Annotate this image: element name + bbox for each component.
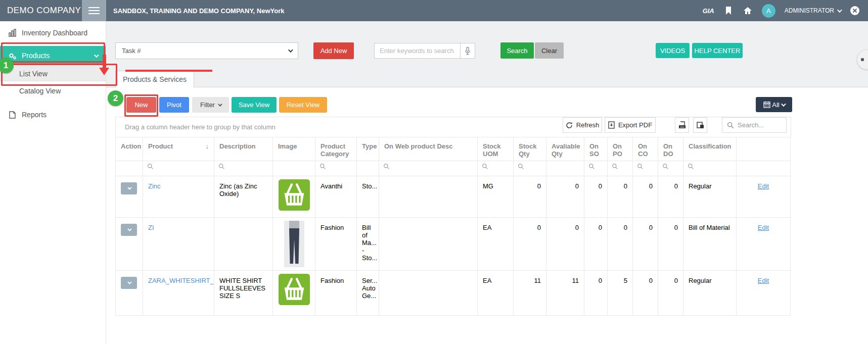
search-icon xyxy=(637,163,644,170)
stock-qty-cell: 0 xyxy=(514,176,546,218)
stock-uom-cell: EA xyxy=(478,218,514,271)
user-avatar[interactable]: A xyxy=(762,4,775,18)
filter-web-desc[interactable] xyxy=(379,161,478,176)
on-so-cell: 0 xyxy=(584,271,608,316)
col-type[interactable]: Type xyxy=(357,137,379,161)
row-action-button[interactable] xyxy=(121,277,137,289)
help-center-button[interactable]: HELP CENTER xyxy=(692,43,743,58)
col-stock-qty[interactable]: Stock Qty xyxy=(514,137,546,161)
sidebar-item-products[interactable]: Products xyxy=(0,46,106,65)
sidebar-item-inventory-dashboard[interactable]: Inventory Dashboard xyxy=(0,24,106,42)
row-action-button[interactable] xyxy=(121,182,137,194)
product-image-basket xyxy=(275,274,313,305)
col-on-co[interactable]: On CO xyxy=(633,137,658,161)
filter-product[interactable] xyxy=(143,161,214,176)
col-product-category[interactable]: Product Category xyxy=(315,137,357,161)
export-pdf-button[interactable]: Export PDF xyxy=(605,117,656,133)
environment-title: SANDBOX, TRAINING AND DEMO COMPANY, NewY… xyxy=(113,7,285,15)
col-edit xyxy=(737,137,791,161)
filter-on-so[interactable] xyxy=(584,161,608,176)
col-product[interactable]: Product ↓ xyxy=(143,137,214,161)
sidebar-item-list-view[interactable]: List View xyxy=(0,66,106,81)
sidebar-item-label: Products xyxy=(22,52,50,60)
task-select[interactable]: Task # xyxy=(115,42,298,59)
on-do-cell: 0 xyxy=(658,271,683,316)
all-label: All xyxy=(772,101,779,109)
filter-button[interactable]: Filter xyxy=(192,97,229,113)
search-button[interactable]: Search xyxy=(500,42,534,59)
classification-cell: Bill of Material xyxy=(683,218,737,271)
sidebar-item-label: List View xyxy=(19,70,48,78)
product-link[interactable]: Zinc xyxy=(148,182,161,190)
filter-description[interactable] xyxy=(214,161,273,176)
filter-classification[interactable] xyxy=(683,161,737,176)
clear-button[interactable]: Clear xyxy=(535,42,564,59)
column-chooser-button[interactable] xyxy=(693,117,707,133)
column-chooser-icon xyxy=(697,122,704,129)
gia-label[interactable]: GIA xyxy=(703,7,714,15)
bookmark-icon[interactable] xyxy=(723,6,734,16)
col-action[interactable]: Action xyxy=(116,137,143,161)
sidebar-item-reports[interactable]: Reports xyxy=(0,106,106,124)
sidebar-item-catalog-view[interactable]: Catalog View xyxy=(0,83,106,99)
row-action-button[interactable] xyxy=(121,224,137,236)
col-stock-uom[interactable]: Stock UOM xyxy=(478,137,514,161)
app: DEMO COMPANY SANDBOX, TRAINING AND DEMO … xyxy=(0,0,868,344)
tab-products-services[interactable]: Products & Services xyxy=(115,71,194,87)
col-on-so[interactable]: On SO xyxy=(584,137,608,161)
filter-on-po[interactable] xyxy=(608,161,633,176)
chevron-down-icon xyxy=(94,53,99,58)
videos-button[interactable]: VIDEOS xyxy=(656,43,690,58)
sidebar-item-label: Reports xyxy=(22,111,47,119)
filter-row xyxy=(116,161,791,176)
home-icon[interactable] xyxy=(743,6,753,16)
filter-on-co[interactable] xyxy=(633,161,658,176)
col-on-po[interactable]: On PO xyxy=(608,137,633,161)
search-icon xyxy=(482,163,488,170)
edit-link[interactable]: Edit xyxy=(758,277,769,284)
keyword-search-input[interactable] xyxy=(375,43,460,58)
product-image-basket xyxy=(275,179,313,211)
edit-link[interactable]: Edit xyxy=(758,224,769,231)
stock-uom-cell: MG xyxy=(478,176,514,218)
pivot-button[interactable]: Pivot xyxy=(159,97,189,113)
type-cell: Sto... xyxy=(357,176,379,218)
search-icon xyxy=(218,163,225,170)
filter-stock-uom[interactable] xyxy=(478,161,514,176)
products-grid: Drag a column header here to group by th… xyxy=(115,117,791,344)
sidebar-item-label: Inventory Dashboard xyxy=(22,29,87,37)
table-row: Zinc Zinc (as Zinc Oxide) Avanthi Sto... xyxy=(116,176,791,218)
date-range-all-button[interactable]: All xyxy=(756,97,792,112)
category-cell: Avanthi xyxy=(315,176,357,218)
col-available-qty[interactable]: Avaliable Qty xyxy=(546,137,584,161)
col-web-desc[interactable]: On Web product Desc xyxy=(379,137,478,161)
sidebar: Inventory Dashboard Products List View C… xyxy=(0,21,106,344)
save-view-button[interactable]: Save View xyxy=(232,97,277,113)
col-description[interactable]: Description xyxy=(214,137,273,161)
col-classification[interactable]: Classification xyxy=(683,137,737,161)
microphone-icon[interactable] xyxy=(460,43,475,58)
filter-category[interactable] xyxy=(315,161,357,176)
user-menu[interactable]: ADMINISTRATOR xyxy=(785,7,841,14)
refresh-button[interactable]: Refresh xyxy=(563,117,602,133)
on-co-cell: 0 xyxy=(633,176,658,218)
col-on-do[interactable]: On DO xyxy=(658,137,683,161)
export-xlsx-button[interactable]: xlsx xyxy=(675,117,689,133)
bar-chart-icon xyxy=(8,29,17,37)
add-new-button[interactable]: Add New xyxy=(313,42,354,59)
reset-view-button[interactable]: Reset View xyxy=(279,97,327,113)
hamburger-menu-icon[interactable] xyxy=(82,0,106,21)
filter-on-do[interactable] xyxy=(658,161,683,176)
group-by-drop-zone[interactable]: Drag a column header here to group by th… xyxy=(115,117,791,137)
filter-stock-qty[interactable] xyxy=(514,161,546,176)
edit-link[interactable]: Edit xyxy=(758,182,769,190)
close-icon[interactable] xyxy=(850,6,860,16)
company-logo: DEMO COMPANY xyxy=(0,6,82,16)
new-button[interactable]: New xyxy=(126,97,156,113)
col-image[interactable]: Image xyxy=(273,137,315,161)
product-link[interactable]: ZARA_WHITESHIRT_... xyxy=(148,277,214,284)
floating-widget[interactable] xyxy=(857,50,868,70)
grid-search-input[interactable] xyxy=(738,121,778,129)
product-link[interactable]: ZI xyxy=(148,224,154,231)
classification-cell: Regular xyxy=(683,176,737,218)
